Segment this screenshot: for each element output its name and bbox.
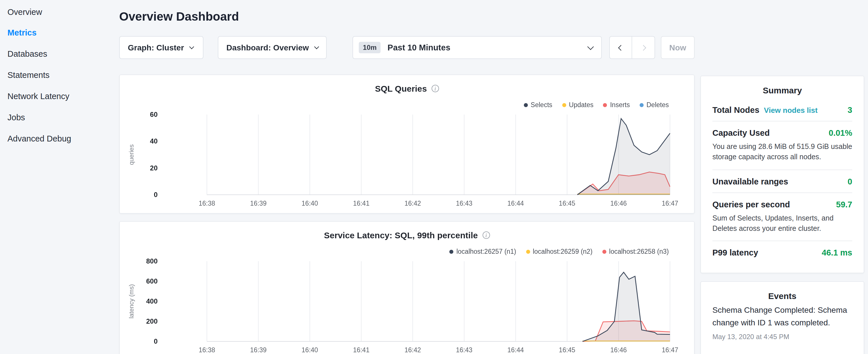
summary-value: 46.1 ms bbox=[822, 248, 852, 257]
svg-text:800: 800 bbox=[146, 257, 158, 265]
summary-row-unavailable-ranges: Unavailable ranges0 bbox=[712, 169, 852, 192]
chevron-left-icon bbox=[618, 45, 624, 51]
legend-item-localhost-26258-n3: localhost:26258 (n3) bbox=[602, 248, 669, 255]
summary-row-capacity-used: Capacity Used0.01%You are using 28.6 MiB… bbox=[712, 121, 852, 162]
legend-dot bbox=[640, 103, 644, 107]
svg-text:600: 600 bbox=[146, 277, 158, 285]
toolbar: Graph: Cluster Dashboard: Overview 10m P… bbox=[119, 36, 694, 59]
svg-text:16:46: 16:46 bbox=[610, 200, 627, 207]
svg-text:16:44: 16:44 bbox=[507, 346, 524, 354]
summary-row-head: Total NodesView nodes list3 bbox=[712, 99, 852, 121]
chart-plot: 16:3816:3916:4016:4116:4216:4316:4416:45… bbox=[120, 110, 694, 211]
dashboard-dropdown-label: Dashboard: Overview bbox=[226, 43, 309, 52]
legend-item-localhost-26259-n2: localhost:26259 (n2) bbox=[526, 248, 592, 255]
summary-label: Unavailable ranges bbox=[712, 177, 788, 186]
summary-label: Total Nodes bbox=[712, 105, 760, 115]
svg-text:16:41: 16:41 bbox=[353, 346, 370, 354]
svg-text:16:47: 16:47 bbox=[662, 200, 678, 207]
legend-dot bbox=[602, 250, 607, 254]
view-nodes-list-link[interactable]: View nodes list bbox=[764, 106, 817, 115]
events-list: Schema Change Completed: Schema change w… bbox=[712, 304, 852, 341]
sql-queries-chart-card: SQL QueriesiSelectsUpdatesInsertsDeletes… bbox=[119, 74, 694, 214]
legend-label: localhost:26257 (n1) bbox=[457, 248, 516, 255]
svg-text:16:42: 16:42 bbox=[404, 346, 421, 354]
svg-text:16:40: 16:40 bbox=[302, 346, 318, 354]
events-panel: Events Schema Change Completed: Schema c… bbox=[700, 281, 864, 354]
time-step-forward-button[interactable] bbox=[632, 36, 655, 59]
chevron-down-icon bbox=[189, 44, 194, 49]
summary-value: 0 bbox=[848, 177, 852, 186]
svg-text:16:40: 16:40 bbox=[302, 200, 318, 207]
svg-text:16:38: 16:38 bbox=[198, 346, 215, 354]
sidebar-item-network-latency[interactable]: Network Latency bbox=[0, 87, 112, 108]
svg-text:16:47: 16:47 bbox=[662, 346, 678, 354]
legend-item-localhost-26257-n1: localhost:26257 (n1) bbox=[450, 248, 516, 255]
chart-title: Service Latency: SQL, 99th percentile bbox=[324, 230, 478, 240]
legend-label: Inserts bbox=[610, 101, 630, 108]
info-icon[interactable]: i bbox=[482, 231, 490, 239]
time-range-label: Past 10 Minutes bbox=[388, 43, 450, 52]
summary-row-p99-latency: P99 latency46.1 ms bbox=[712, 240, 852, 263]
sidebar-item-metrics[interactable]: Metrics bbox=[0, 23, 112, 44]
summary-label: P99 latency bbox=[712, 248, 758, 257]
svg-text:16:45: 16:45 bbox=[559, 200, 576, 207]
sidebar-item-databases[interactable]: Databases bbox=[0, 44, 112, 65]
legend-label: localhost:26259 (n2) bbox=[533, 248, 592, 255]
time-step-buttons bbox=[609, 36, 655, 59]
svg-text:16:46: 16:46 bbox=[610, 346, 627, 354]
chart-legend: localhost:26257 (n1)localhost:26259 (n2)… bbox=[440, 248, 669, 255]
svg-text:200: 200 bbox=[146, 317, 158, 325]
legend-item-updates: Updates bbox=[562, 101, 593, 108]
svg-text:16:43: 16:43 bbox=[456, 346, 472, 354]
summary-row-head: Queries per second59.7 bbox=[712, 193, 852, 215]
summary-title: Summary bbox=[712, 85, 852, 95]
svg-text:16:38: 16:38 bbox=[198, 200, 215, 207]
legend-item-deletes: Deletes bbox=[640, 101, 669, 108]
sidebar-item-statements[interactable]: Statements bbox=[0, 65, 112, 87]
svg-text:16:43: 16:43 bbox=[456, 200, 472, 207]
event-timestamp: May 13, 2020 at 4:45 PM bbox=[712, 333, 852, 341]
legend-label: localhost:26258 (n3) bbox=[609, 248, 669, 255]
summary-row-queries-per-second: Queries per second59.7Sum of Selects, Up… bbox=[712, 192, 852, 234]
graph-dropdown[interactable]: Graph: Cluster bbox=[119, 36, 204, 59]
main-content: Overview Dashboard Graph: Cluster Dashbo… bbox=[119, 0, 694, 354]
legend-dot bbox=[450, 250, 454, 254]
summary-rows: Total NodesView nodes list3Capacity Used… bbox=[712, 99, 852, 263]
time-step-back-button[interactable] bbox=[609, 36, 632, 59]
service-latency-chart-card: Service Latency: SQL, 99th percentileilo… bbox=[119, 221, 694, 354]
svg-text:400: 400 bbox=[146, 297, 158, 305]
now-button[interactable]: Now bbox=[661, 36, 694, 59]
svg-text:queries: queries bbox=[128, 144, 135, 165]
chevron-down-icon bbox=[314, 44, 319, 49]
app-screen: OverviewMetricsDatabasesStatementsNetwor… bbox=[0, 0, 868, 354]
svg-text:16:41: 16:41 bbox=[353, 200, 370, 207]
time-range-dropdown[interactable]: 10m Past 10 Minutes bbox=[352, 36, 602, 59]
legend-label: Selects bbox=[531, 101, 552, 108]
summary-value: 59.7 bbox=[836, 200, 852, 209]
sidebar-item-advanced-debug[interactable]: Advanced Debug bbox=[0, 129, 112, 150]
graph-dropdown-label: Graph: Cluster bbox=[128, 43, 184, 52]
legend-dot bbox=[524, 103, 528, 107]
summary-panel: Summary Total NodesView nodes list3Capac… bbox=[700, 75, 864, 273]
chart-plot: 16:3816:3916:4016:4116:4216:4316:4416:45… bbox=[120, 257, 694, 354]
sidebar-item-jobs[interactable]: Jobs bbox=[0, 107, 112, 129]
summary-label: Queries per second bbox=[712, 200, 790, 209]
info-icon[interactable]: i bbox=[432, 85, 439, 92]
dashboard-dropdown[interactable]: Dashboard: Overview bbox=[218, 36, 327, 59]
svg-text:40: 40 bbox=[150, 137, 158, 145]
event-text: Schema Change Completed: Schema change w… bbox=[712, 304, 852, 329]
legend-item-inserts: Inserts bbox=[603, 101, 630, 108]
right-column: Summary Total NodesView nodes list3Capac… bbox=[700, 75, 864, 354]
legend-label: Updates bbox=[569, 101, 593, 108]
svg-text:16:45: 16:45 bbox=[559, 346, 576, 354]
chart-legend: SelectsUpdatesInsertsDeletes bbox=[514, 101, 669, 108]
summary-row-head: Capacity Used0.01% bbox=[712, 122, 852, 144]
time-range-badge: 10m bbox=[359, 42, 380, 53]
chart-title-row: SQL Queriesi bbox=[120, 84, 694, 95]
legend-item-selects: Selects bbox=[524, 101, 552, 108]
legend-label: Deletes bbox=[647, 101, 669, 108]
legend-dot bbox=[562, 103, 566, 107]
sidebar-item-overview[interactable]: Overview bbox=[0, 2, 112, 23]
events-title: Events bbox=[712, 291, 852, 301]
summary-value: 0.01% bbox=[829, 128, 852, 137]
